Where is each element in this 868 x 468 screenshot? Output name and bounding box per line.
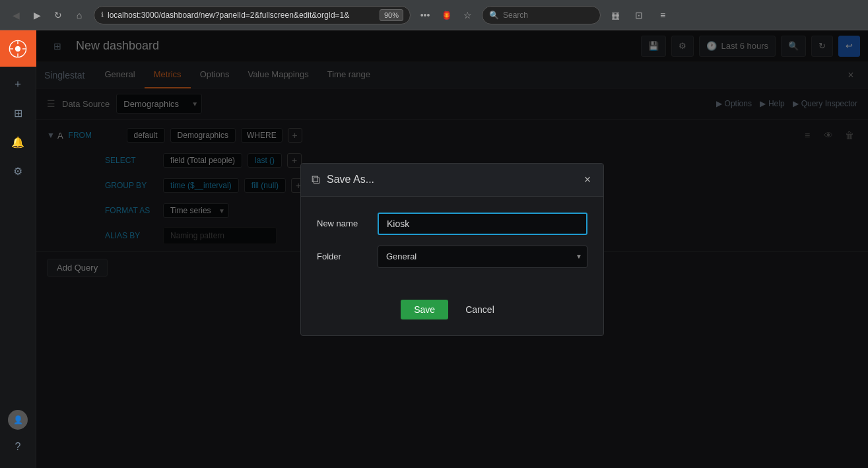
- reload-button[interactable]: ↻: [49, 6, 67, 24]
- grafana-logo-icon: [9, 40, 27, 58]
- modal-cancel-button[interactable]: Cancel: [456, 300, 504, 319]
- menu-button[interactable]: ≡: [653, 6, 672, 24]
- new-name-label: New name: [317, 218, 370, 228]
- forward-button[interactable]: ▶: [28, 6, 46, 24]
- folder-select-wrapper[interactable]: GeneralDashboards ▼: [378, 246, 587, 268]
- svg-point-1: [15, 46, 20, 51]
- url-input[interactable]: [108, 11, 376, 20]
- nav-buttons: ◀ ▶ ↻ ⌂: [7, 6, 88, 24]
- bookmark-button[interactable]: ☆: [458, 6, 477, 24]
- browser-extra-buttons: ••• 🏮 ☆: [416, 6, 477, 24]
- modal-close-button[interactable]: ×: [580, 172, 595, 187]
- library-button[interactable]: ▦: [606, 6, 624, 24]
- modal-save-button[interactable]: Save: [401, 300, 448, 319]
- modal-overlay: ⧉ Save As... × New name Folder GeneralDa…: [36, 30, 868, 468]
- modal-title: Save As...: [327, 174, 374, 185]
- sidebar: ＋ ⊞ 🔔 ⚙ 👤 ?: [0, 30, 36, 468]
- save-as-modal: ⧉ Save As... × New name Folder GeneralDa…: [300, 163, 604, 336]
- sidebar-item-alerts[interactable]: 🔔: [5, 129, 31, 155]
- grafana-logo[interactable]: [0, 30, 36, 67]
- browser-chrome: ◀ ▶ ↻ ⌂ ℹ 90% ••• 🏮 ☆ 🔍 ▦ ⊡ ≡: [0, 0, 868, 30]
- sidebar-item-plugins[interactable]: ⚙: [5, 158, 31, 184]
- modal-header: ⧉ Save As... ×: [301, 164, 603, 197]
- more-button[interactable]: •••: [416, 6, 434, 24]
- user-avatar[interactable]: 👤: [8, 410, 28, 430]
- modal-copy-icon: ⧉: [312, 173, 320, 187]
- sidebar-item-dashboards[interactable]: ⊞: [5, 100, 31, 126]
- form-row-folder: Folder GeneralDashboards ▼: [317, 246, 587, 268]
- browser-search-bar[interactable]: 🔍: [482, 6, 601, 24]
- folder-select[interactable]: GeneralDashboards: [378, 246, 587, 268]
- folder-label: Folder: [317, 251, 370, 261]
- browser-search-input[interactable]: [503, 11, 602, 20]
- pocket-button[interactable]: 🏮: [437, 6, 455, 24]
- form-row-name: New name: [317, 213, 587, 235]
- zoom-badge: 90%: [380, 9, 403, 21]
- modal-body: New name Folder GeneralDashboards ▼: [301, 197, 603, 294]
- search-icon: 🔍: [489, 11, 499, 20]
- new-name-input[interactable]: [378, 213, 587, 235]
- sidebar-item-help[interactable]: ?: [5, 434, 31, 460]
- info-icon: ℹ: [101, 11, 104, 19]
- modal-footer: Save Cancel: [301, 294, 603, 335]
- back-button[interactable]: ◀: [7, 6, 25, 24]
- address-bar[interactable]: ℹ 90%: [94, 6, 411, 24]
- sidebar-item-add[interactable]: ＋: [5, 71, 31, 97]
- main-content: ⊞ New dashboard 💾 ⚙ 🕐 Last 6 hours 🔍 ↻ ↩: [36, 30, 868, 468]
- home-button[interactable]: ⌂: [70, 6, 88, 24]
- split-button[interactable]: ⊡: [630, 6, 648, 24]
